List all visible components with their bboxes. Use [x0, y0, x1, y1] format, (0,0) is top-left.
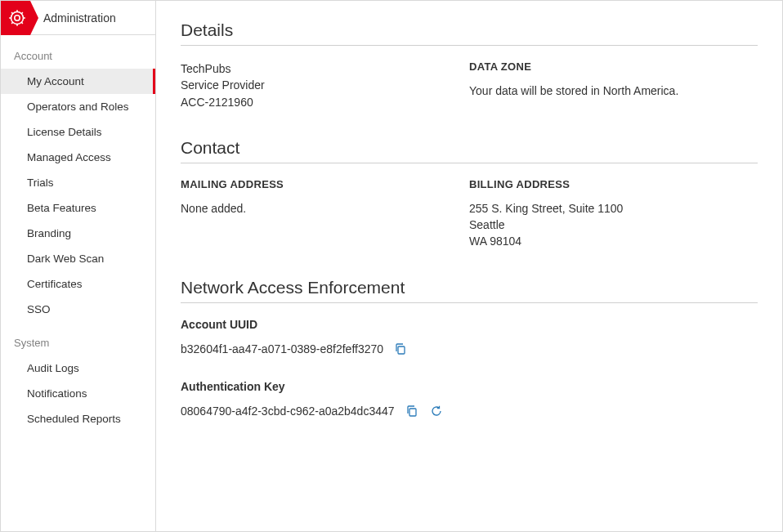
section-title-details: Details — [181, 20, 758, 46]
sidebar-item-scheduled-reports[interactable]: Scheduled Reports — [1, 406, 155, 431]
org-name: TechPubs — [181, 60, 469, 77]
sidebar-item-certificates[interactable]: Certificates — [1, 271, 155, 297]
billing-address-line3: WA 98104 — [469, 233, 758, 249]
billing-address-line2: Seattle — [469, 217, 758, 233]
gear-icon — [1, 1, 38, 35]
svg-line-10 — [11, 12, 13, 14]
data-zone-label: DATA ZONE — [469, 60, 758, 73]
sidebar: Administration Account My Account Operat… — [1, 1, 156, 531]
sidebar-item-license-details[interactable]: License Details — [1, 119, 155, 145]
sidebar-item-sso[interactable]: SSO — [1, 297, 155, 322]
account-id: ACC-2121960 — [181, 94, 469, 110]
sidebar-group-label-account: Account — [1, 35, 155, 69]
section-network-access-enforcement: Network Access Enforcement Account UUID … — [181, 278, 758, 420]
section-details: Details TechPubs Service Provider ACC-21… — [181, 20, 758, 110]
account-uuid-label: Account UUID — [181, 318, 758, 331]
authentication-key-value: 08064790-a4f2-3cbd-c962-a0a2b4dc3447 — [181, 403, 395, 419]
authentication-key-label: Authentication Key — [181, 380, 758, 393]
sidebar-item-my-account[interactable]: My Account — [1, 69, 155, 94]
svg-line-8 — [11, 22, 13, 24]
mailing-address-label: MAILING ADDRESS — [181, 178, 469, 190]
section-title-contact: Contact — [181, 138, 758, 163]
sidebar-title: Administration — [38, 11, 116, 25]
svg-rect-12 — [409, 409, 416, 416]
copy-icon[interactable] — [405, 404, 419, 418]
sidebar-header: Administration — [1, 1, 155, 35]
sidebar-item-operators-and-roles[interactable]: Operators and Roles — [1, 94, 155, 119]
svg-line-9 — [21, 22, 23, 24]
svg-rect-11 — [398, 346, 405, 354]
billing-address-label: BILLING ADDRESS — [469, 178, 758, 190]
sidebar-item-managed-access[interactable]: Managed Access — [1, 145, 155, 170]
sidebar-item-beta-features[interactable]: Beta Features — [1, 195, 155, 221]
content-area: Details TechPubs Service Provider ACC-21… — [156, 1, 782, 531]
mailing-address-value: None added. — [181, 200, 469, 217]
sidebar-item-audit-logs[interactable]: Audit Logs — [1, 355, 155, 381]
sidebar-item-notifications[interactable]: Notifications — [1, 381, 155, 406]
sidebar-group-label-system: System — [1, 322, 155, 355]
org-type: Service Provider — [181, 77, 469, 93]
sidebar-item-trials[interactable]: Trials — [1, 170, 155, 195]
copy-icon[interactable] — [393, 342, 408, 356]
data-zone-text: Your data will be stored in North Americ… — [469, 83, 758, 99]
refresh-icon[interactable] — [429, 404, 444, 418]
billing-address-line1: 255 S. King Street, Suite 1100 — [469, 200, 758, 217]
svg-line-7 — [21, 12, 23, 14]
sidebar-item-dark-web-scan[interactable]: Dark Web Scan — [1, 246, 155, 271]
section-contact: Contact MAILING ADDRESS None added. BILL… — [181, 138, 758, 250]
account-uuid-value: b32604f1-aa47-a071-0389-e8f2feff3270 — [181, 341, 383, 357]
section-title-nae: Network Access Enforcement — [181, 278, 758, 303]
sidebar-item-branding[interactable]: Branding — [1, 221, 155, 246]
